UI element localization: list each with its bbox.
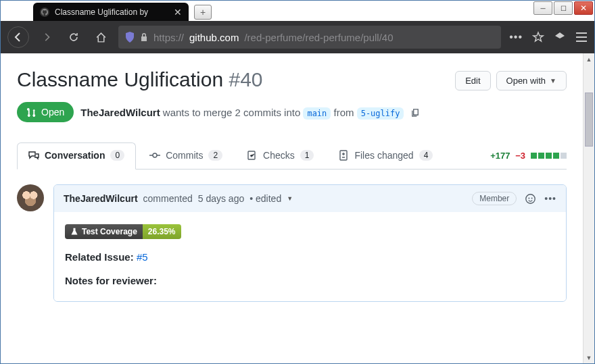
shield-icon bbox=[125, 32, 135, 43]
beaker-icon bbox=[70, 228, 78, 236]
comment-header: TheJaredWilcurt commented 5 days ago • e… bbox=[54, 185, 566, 212]
menu-button[interactable] bbox=[575, 32, 588, 43]
comment-author[interactable]: TheJaredWilcurt bbox=[64, 193, 138, 204]
chevron-down-icon: ▼ bbox=[550, 77, 556, 84]
coverage-value: 26.35% bbox=[143, 224, 181, 239]
conversation-count: 0 bbox=[110, 150, 124, 161]
merge-summary: TheJaredWilcurt wants to merge 2 commits… bbox=[80, 107, 404, 118]
notes-heading: Notes for reviewer: bbox=[65, 275, 157, 286]
back-button[interactable] bbox=[7, 26, 29, 48]
address-bar[interactable]: https://github.com/red-perfume/red-perfu… bbox=[118, 26, 501, 49]
kebab-menu-icon[interactable]: ••• bbox=[544, 193, 556, 204]
tab-conversation[interactable]: Conversation 0 bbox=[17, 142, 136, 170]
git-commit-icon bbox=[149, 150, 160, 161]
avatar[interactable] bbox=[17, 184, 44, 211]
emoji-react-icon[interactable] bbox=[525, 193, 536, 205]
commits-count: 2 bbox=[208, 150, 222, 161]
open-with-button[interactable]: Open with ▼ bbox=[496, 71, 567, 90]
pr-tabnav: Conversation 0 Commits 2 Checks 1 Files … bbox=[17, 142, 567, 170]
test-coverage-badge[interactable]: Test Coverage 26.35% bbox=[65, 224, 181, 239]
additions-count: +177 bbox=[490, 151, 510, 161]
pr-title: Classname Uglification #40 bbox=[17, 68, 455, 91]
checklist-icon bbox=[247, 150, 258, 161]
tab-close-icon[interactable]: ✕ bbox=[174, 7, 182, 18]
head-branch[interactable]: 5-uglify bbox=[357, 107, 404, 120]
reload-button[interactable] bbox=[64, 28, 83, 47]
new-tab-button[interactable]: + bbox=[194, 5, 212, 20]
comment-discussion-icon bbox=[28, 150, 39, 161]
window-maximize-button[interactable]: ☐ bbox=[554, 1, 573, 15]
edit-button[interactable]: Edit bbox=[455, 71, 490, 90]
pr-state-label: Open bbox=[41, 107, 64, 118]
checks-count: 1 bbox=[300, 150, 314, 161]
comment-time[interactable]: 5 days ago bbox=[198, 193, 245, 204]
page-actions-icon[interactable]: ••• bbox=[509, 31, 523, 43]
forward-button[interactable] bbox=[37, 28, 56, 47]
bookmark-star-icon[interactable] bbox=[532, 31, 544, 43]
pr-title-text: Classname Uglification bbox=[17, 68, 223, 90]
url-protocol: https:// bbox=[153, 32, 184, 43]
browser-toolbar: https://github.com/red-perfume/red-perfu… bbox=[1, 21, 594, 53]
home-button[interactable] bbox=[91, 28, 110, 47]
svg-point-5 bbox=[531, 197, 533, 199]
role-badge: Member bbox=[472, 192, 517, 205]
window-close-button[interactable]: ✕ bbox=[574, 1, 593, 15]
deletions-count: −3 bbox=[515, 151, 525, 161]
scrollbar[interactable]: ▲ ▼ bbox=[583, 53, 594, 363]
edited-dropdown-icon[interactable]: ▼ bbox=[287, 195, 293, 202]
scroll-up-icon[interactable]: ▲ bbox=[584, 53, 594, 65]
pr-number: #40 bbox=[229, 68, 262, 90]
window-minimize-button[interactable]: ─ bbox=[533, 1, 552, 15]
svg-point-0 bbox=[153, 153, 157, 157]
tab-checks[interactable]: Checks 1 bbox=[236, 143, 325, 169]
github-favicon bbox=[40, 7, 49, 17]
git-pull-request-icon bbox=[26, 107, 37, 118]
extensions-icon[interactable] bbox=[554, 31, 566, 43]
lock-icon bbox=[140, 32, 148, 42]
scroll-down-icon[interactable]: ▼ bbox=[584, 352, 594, 363]
comment-box: TheJaredWilcurt commented 5 days ago • e… bbox=[53, 184, 567, 302]
browser-tab[interactable]: Classname Uglification by ✕ bbox=[33, 3, 189, 21]
related-issue-line: Related Issue: #5 bbox=[65, 251, 555, 263]
url-host: github.com bbox=[189, 32, 239, 43]
pr-state-badge: Open bbox=[17, 102, 74, 122]
diff-stat: +177 −3 bbox=[490, 151, 567, 161]
svg-point-4 bbox=[529, 197, 530, 199]
file-diff-icon bbox=[338, 150, 349, 161]
pr-author[interactable]: TheJaredWilcurt bbox=[80, 107, 160, 118]
tab-files-changed[interactable]: Files changed 4 bbox=[327, 143, 444, 169]
url-path: /red-perfume/red-perfume/pull/40 bbox=[244, 32, 393, 43]
copy-branch-icon[interactable] bbox=[410, 107, 421, 118]
browser-tab-title: Classname Uglification by bbox=[55, 7, 168, 17]
base-branch[interactable]: main bbox=[303, 107, 331, 120]
files-count: 4 bbox=[419, 150, 433, 161]
scroll-thumb[interactable] bbox=[585, 93, 593, 147]
svg-point-3 bbox=[526, 194, 535, 203]
tab-commits[interactable]: Commits 2 bbox=[139, 143, 233, 169]
related-issue-link[interactable]: #5 bbox=[137, 251, 148, 263]
